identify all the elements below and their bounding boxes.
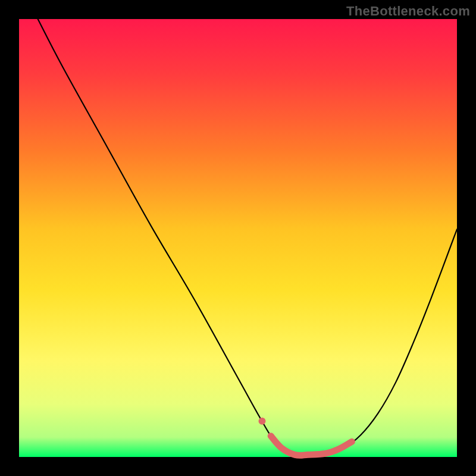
chart-frame: TheBottleneck.com [0,0,476,476]
attribution-label: TheBottleneck.com [346,4,470,19]
optimal-range-start-marker [258,418,265,425]
bottleneck-chart [0,0,476,476]
